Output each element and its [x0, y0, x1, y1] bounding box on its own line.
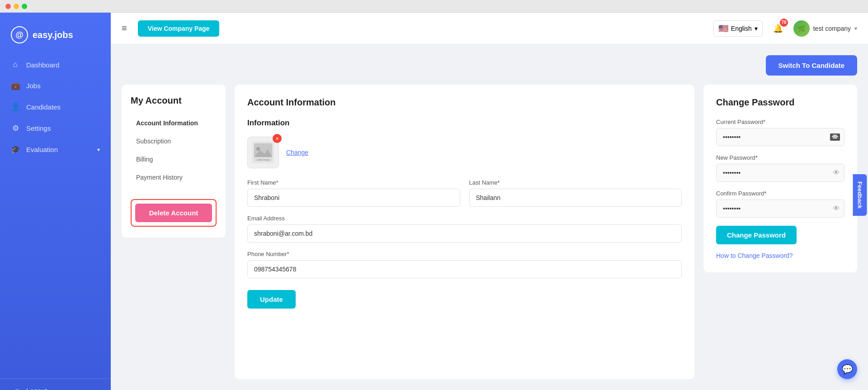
change-avatar-link[interactable]: Change	[286, 149, 308, 156]
hamburger-icon[interactable]: ≡	[122, 23, 127, 33]
chevron-down-icon: ▾	[854, 25, 857, 32]
feedback-tab[interactable]: Feedback	[853, 174, 867, 216]
sidebar-item-evaluation[interactable]: 🎓 Evaluation ▾	[0, 139, 111, 160]
evaluation-icon: 🎓	[11, 145, 20, 154]
sidebar-item-label: Settings	[26, 124, 51, 132]
chevron-down-icon: ▾	[755, 25, 758, 32]
flag-icon: 🇺🇸	[718, 24, 728, 33]
sidebar-item-settings[interactable]: ⚙ Settings	[0, 118, 111, 139]
new-password-wrapper: 👁	[716, 164, 844, 182]
sidebar-item-candidates[interactable]: 👤 Candidates	[0, 96, 111, 118]
info-subtitle: Information	[247, 119, 682, 128]
chevron-down-icon: ▾	[97, 147, 100, 153]
current-password-wrapper	[716, 128, 844, 146]
dashboard-icon: ⌂	[11, 60, 20, 69]
svg-rect-6	[832, 136, 838, 137]
logo-icon: @	[11, 26, 28, 43]
sidebar: @ easy.jobs ⌂ Dashboard 💼 Jobs 👤 Candida…	[0, 13, 111, 390]
topbar: ≡ View Company Page 🇺🇸 English ▾ 🔔 78 🌿 …	[111, 13, 868, 44]
content-area: Switch To Candidate My Account Account I…	[111, 44, 868, 390]
nav-item-billing[interactable]: Billing	[131, 151, 217, 167]
svg-text:Label Design: Label Design	[256, 158, 269, 161]
update-button[interactable]: Update	[247, 290, 296, 309]
email-input[interactable]	[247, 224, 682, 243]
new-password-label: New Password*	[716, 154, 844, 161]
close-btn[interactable]	[5, 4, 11, 9]
settings-icon: ⚙	[11, 124, 20, 133]
nav-item-payment-history[interactable]: Payment History	[131, 169, 217, 185]
account-main: Account Information Information	[235, 85, 694, 379]
phone-group: Phone Number*	[247, 251, 682, 278]
logout-label: Logout	[26, 387, 47, 390]
nav-item-account-information[interactable]: Account Information	[131, 115, 217, 131]
avatar-row: Label Design ✕ Change	[247, 137, 682, 168]
window-chrome	[0, 0, 868, 13]
switch-to-candidate-button[interactable]: Switch To Candidate	[766, 55, 857, 76]
last-name-group: Last Name*	[469, 179, 682, 207]
avatar: 🌿	[793, 20, 810, 37]
account-sidebar: My Account Account Information Subscript…	[122, 85, 226, 238]
sidebar-item-dashboard[interactable]: ⌂ Dashboard	[0, 54, 111, 75]
confirm-password-label: Confirm Password*	[716, 190, 844, 197]
main-wrapper: ≡ View Company Page 🇺🇸 English ▾ 🔔 78 🌿 …	[111, 13, 868, 390]
change-password-title: Change Password	[716, 97, 844, 108]
nav-item-subscription[interactable]: Subscription	[131, 133, 217, 149]
language-selector[interactable]: 🇺🇸 English ▾	[713, 20, 763, 37]
current-password-input[interactable]	[716, 128, 844, 146]
topbar-right: 🇺🇸 English ▾ 🔔 78 🌿 test company ▾	[713, 20, 857, 37]
confirm-password-wrapper: 👁	[716, 200, 844, 218]
avatar-container: Label Design ✕	[247, 137, 279, 168]
sidebar-item-label: Dashboard	[26, 61, 59, 69]
current-password-toggle[interactable]	[830, 133, 840, 141]
logout-item[interactable]: ⇥ Logout	[0, 378, 111, 390]
change-password-button[interactable]: Change Password	[716, 226, 797, 244]
first-name-input[interactable]	[247, 189, 460, 207]
chat-bubble[interactable]: 💬	[837, 359, 857, 379]
logo-text: easy.jobs	[33, 30, 73, 40]
notification-badge: 78	[780, 19, 788, 27]
chat-icon: 💬	[842, 364, 853, 375]
phone-input[interactable]	[247, 260, 682, 278]
candidates-icon: 👤	[11, 102, 20, 112]
first-name-label: First Name*	[247, 179, 460, 186]
company-name: test company	[813, 25, 851, 32]
account-sidebar-title: My Account	[131, 95, 217, 106]
svg-rect-8	[833, 138, 837, 138]
new-password-input[interactable]	[716, 164, 844, 182]
view-company-button[interactable]: View Company Page	[138, 20, 220, 37]
change-password-panel: Change Password Current Password* New Pa…	[703, 85, 857, 272]
sidebar-item-label: Evaluation	[26, 146, 58, 153]
first-name-group: First Name*	[247, 179, 460, 207]
company-profile[interactable]: 🌿 test company ▾	[793, 20, 857, 37]
sidebar-item-jobs[interactable]: 💼 Jobs	[0, 75, 111, 96]
how-to-change-link[interactable]: How to Change Password?	[716, 252, 793, 259]
delete-account-button[interactable]: Delete Account	[135, 204, 212, 222]
confirm-password-input[interactable]	[716, 200, 844, 218]
email-form-row: Email Address	[247, 215, 682, 243]
language-label: English	[731, 25, 752, 32]
phone-form-row: Phone Number*	[247, 251, 682, 278]
email-group: Email Address	[247, 215, 682, 243]
notification-button[interactable]: 🔔 78	[770, 20, 786, 37]
sidebar-nav: ⌂ Dashboard 💼 Jobs 👤 Candidates ⚙ Settin…	[0, 54, 111, 378]
account-sidebar-nav: Account Information Subscription Billing…	[131, 115, 217, 185]
logout-icon: ⇥	[11, 386, 20, 390]
name-form-row: First Name* Last Name*	[247, 179, 682, 207]
last-name-label: Last Name*	[469, 179, 682, 186]
email-label: Email Address	[247, 215, 682, 222]
logo-area: @ easy.jobs	[0, 22, 111, 54]
page-layout: My Account Account Information Subscript…	[122, 85, 857, 379]
avatar-delete-button[interactable]: ✕	[273, 134, 282, 143]
maximize-btn[interactable]	[22, 4, 27, 9]
current-password-label: Current Password*	[716, 119, 844, 125]
minimize-btn[interactable]	[14, 4, 19, 9]
sidebar-item-label: Jobs	[26, 82, 41, 90]
svg-point-2	[256, 147, 260, 151]
new-password-eye-icon[interactable]: 👁	[833, 169, 840, 177]
confirm-password-eye-icon[interactable]: 👁	[833, 205, 840, 213]
delete-account-wrapper: Delete Account	[131, 199, 217, 227]
svg-rect-7	[833, 135, 837, 136]
sidebar-item-label: Candidates	[26, 103, 61, 111]
last-name-input[interactable]	[469, 189, 682, 207]
phone-label: Phone Number*	[247, 251, 682, 257]
